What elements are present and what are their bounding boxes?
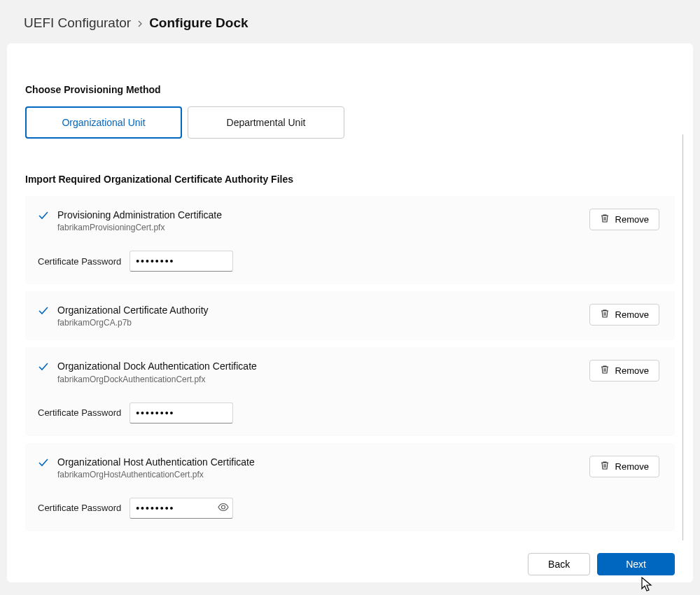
scrollbar-track[interactable] xyxy=(682,134,683,540)
remove-button[interactable]: Remove xyxy=(589,456,659,477)
cert-card: Provisioning Administration Certificate … xyxy=(25,196,675,284)
check-icon xyxy=(38,210,49,223)
provisioning-option-organizational[interactable]: Organizational Unit xyxy=(25,106,182,139)
remove-label: Remove xyxy=(615,309,649,320)
remove-button[interactable]: Remove xyxy=(589,360,659,382)
provisioning-option-departmental[interactable]: Departmental Unit xyxy=(188,106,344,139)
reveal-password-button[interactable] xyxy=(218,503,229,513)
cert-filename: fabrikamOrgHostAuthenticationCert.pfx xyxy=(57,470,255,479)
cert-filename: fabrikamProvisioningCert.pfx xyxy=(57,223,222,232)
breadcrumb-current: Configure Dock xyxy=(149,15,248,31)
cert-filename: fabrikamOrgDockAuthenticationCert.pfx xyxy=(57,374,257,384)
trash-icon xyxy=(600,309,610,321)
check-icon xyxy=(38,457,49,470)
cert-password-input[interactable] xyxy=(130,251,233,272)
main-panel: Choose Provisioning Method Organizationa… xyxy=(7,43,693,582)
cert-card: Organizational Host Authentication Certi… xyxy=(25,443,675,531)
trash-icon xyxy=(600,365,610,377)
trash-icon xyxy=(600,461,610,472)
footer-actions: Back Next xyxy=(528,553,675,575)
remove-label: Remove xyxy=(615,214,649,225)
check-icon xyxy=(38,361,49,374)
remove-button[interactable]: Remove xyxy=(589,209,659,230)
remove-button[interactable]: Remove xyxy=(589,304,659,326)
eye-icon xyxy=(218,503,229,513)
cert-card: Organizational Certificate Authority fab… xyxy=(25,291,675,340)
cert-password-input[interactable] xyxy=(130,402,233,424)
cert-title: Organizational Certificate Authority xyxy=(57,304,209,316)
back-button[interactable]: Back xyxy=(528,553,590,575)
cert-password-label: Certificate Password xyxy=(38,503,121,513)
cert-title: Provisioning Administration Certificate xyxy=(57,209,222,221)
provisioning-method-group: Organizational Unit Departmental Unit xyxy=(25,106,675,139)
import-section-title: Import Required Organizational Certifica… xyxy=(25,174,675,185)
chevron-right-icon xyxy=(136,18,144,29)
check-icon xyxy=(38,305,49,318)
cert-password-label: Certificate Password xyxy=(38,256,121,267)
cert-filename: fabrikamOrgCA.p7b xyxy=(57,318,209,328)
cert-title: Organizational Dock Authentication Certi… xyxy=(57,360,257,372)
cert-title: Organizational Host Authentication Certi… xyxy=(57,456,255,468)
remove-label: Remove xyxy=(615,365,649,376)
trash-icon xyxy=(600,214,610,225)
breadcrumb-root[interactable]: UEFI Configurator xyxy=(24,15,131,31)
cert-card: Organizational Dock Authentication Certi… xyxy=(25,347,675,435)
provisioning-method-title: Choose Provisioning Method xyxy=(25,84,675,95)
breadcrumb: UEFI Configurator Configure Dock xyxy=(0,0,700,43)
remove-label: Remove xyxy=(615,461,649,472)
next-button[interactable]: Next xyxy=(597,553,675,575)
cert-password-label: Certificate Password xyxy=(38,407,121,418)
